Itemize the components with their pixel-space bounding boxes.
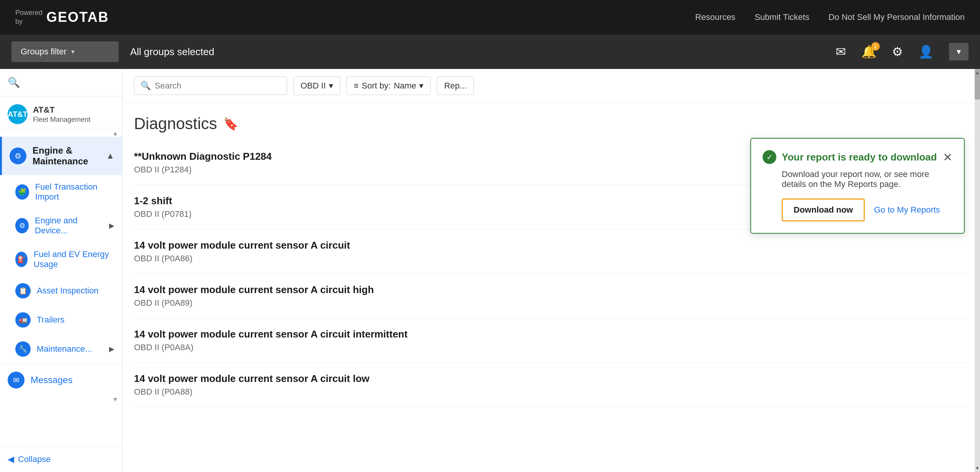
fuel-ev-label: Fuel and EV Energy Usage (34, 249, 114, 269)
notification-bell-button[interactable]: 🔔 1 (861, 44, 877, 59)
main-content: 🔍 OBD II ▾ ≡ Sort by: Name ▾ Rep... Diag… (122, 69, 980, 472)
maintenance-label: Maintenance... (37, 344, 92, 354)
list-item-title: 14 volt power module current sensor A ci… (134, 239, 969, 251)
download-now-button[interactable]: Download now (782, 198, 865, 221)
submit-tickets-link[interactable]: Submit Tickets (755, 12, 809, 22)
notification-header: ✓ Your report is ready to download ✕ (763, 150, 952, 164)
go-to-my-reports-button[interactable]: Go to My Reports (874, 205, 940, 215)
obd-filter-label: OBD II (301, 81, 326, 91)
notification-popup: ✓ Your report is ready to download ✕ Dow… (750, 138, 965, 234)
sidebar-footer: ◀ Collapse (0, 446, 122, 472)
obd-filter-button[interactable]: OBD II ▾ (293, 77, 340, 95)
list-item-subtitle: OBD II (P0A89) (134, 298, 969, 308)
collapse-button[interactable]: ◀ Collapse (8, 454, 51, 464)
fuel-ev-icon: ⛽ (15, 252, 28, 267)
sort-label-text: Sort by: (362, 81, 391, 91)
notification-title: Your report is ready to download (782, 151, 937, 163)
user-profile-button[interactable]: 👤 (918, 44, 934, 59)
sort-value-text: Name (394, 81, 416, 91)
notification-check-icon: ✓ (763, 150, 776, 164)
top-nav: Resources Submit Tickets Do Not Sell My … (695, 12, 965, 22)
maintenance-chevron-icon: ▶ (109, 345, 114, 353)
search-box[interactable]: 🔍 (134, 77, 287, 95)
att-logo-icon: AT&T (8, 104, 28, 124)
sidebar-item-fuel-ev[interactable]: ⛽ Fuel and EV Energy Usage (0, 243, 122, 276)
groups-filter-label: Groups filter (21, 47, 67, 57)
sidebar-scroll-down[interactable]: ▼ (0, 396, 122, 405)
engine-maintenance-label: Engine & Maintenance (33, 145, 100, 167)
report-label: Rep... (444, 81, 467, 90)
sidebar-item-engine-device[interactable]: ⚙ Engine and Device... ▶ (0, 209, 122, 243)
sidebar-item-maintenance[interactable]: 🔧 Maintenance... ▶ (0, 334, 122, 364)
page-title: Diagnostics (134, 115, 217, 133)
engine-icon: ⚙ (10, 148, 26, 164)
sidebar-item-asset-inspection[interactable]: 📋 Asset Inspection (0, 276, 122, 305)
sort-chevron-icon: ▾ (419, 81, 423, 91)
sidebar: 🔍 AT&T AT&T Fleet Management ▲ ⚙ Engine … (0, 69, 122, 472)
all-groups-selected-text: All groups selected (130, 46, 214, 58)
collapse-arrow-icon: ◀ (8, 454, 14, 464)
scroll-down-arrow-icon[interactable]: ▼ (975, 464, 980, 472)
list-item-title: 14 volt power module current sensor A ci… (134, 284, 969, 296)
list-item-title: 14 volt power module current sensor A ci… (134, 373, 969, 385)
trailers-label: Trailers (37, 315, 65, 325)
sidebar-search-icon: 🔍 (8, 77, 20, 88)
sidebar-logo-section: AT&T AT&T Fleet Management (0, 97, 122, 128)
search-icon: 🔍 (140, 81, 151, 91)
sidebar-item-messages[interactable]: ✉ Messages (0, 364, 122, 396)
powered-by-text: Powered by (15, 8, 42, 26)
obd-filter-chevron-icon: ▾ (329, 81, 333, 91)
sidebar-brand-sub: Fleet Management (33, 116, 90, 124)
settings-gear-button[interactable]: ⚙ (892, 44, 903, 59)
asset-inspection-icon: 📋 (15, 283, 31, 298)
privacy-link[interactable]: Do Not Sell My Personal Information (828, 12, 965, 22)
user-name-text: ▾ (957, 47, 961, 57)
sidebar-item-trailers[interactable]: 🚛 Trailers (0, 305, 122, 334)
messages-icon: ✉ (8, 372, 24, 388)
notification-badge: 1 (871, 42, 880, 51)
list-item[interactable]: 14 volt power module current sensor A ci… (134, 274, 969, 318)
engine-chevron-icon: ▲ (106, 151, 114, 161)
groups-filter-button[interactable]: Groups filter ▾ (11, 41, 119, 62)
sort-button[interactable]: ≡ Sort by: Name ▾ (346, 77, 431, 95)
engine-device-icon: ⚙ (15, 218, 29, 233)
list-item[interactable]: 14 volt power module current sensor A ci… (134, 363, 969, 407)
list-item[interactable]: 14 volt power module current sensor A ci… (134, 318, 969, 363)
groups-filter-chevron-icon: ▾ (71, 48, 75, 56)
fuel-import-icon: 🧩 (15, 184, 29, 200)
sidebar-item-engine-maintenance[interactable]: ⚙ Engine & Maintenance ▲ (0, 137, 122, 175)
mail-icon-button[interactable]: ✉ (836, 44, 846, 59)
sidebar-item-fuel-transaction-import[interactable]: 🧩 Fuel Transaction Import (0, 175, 122, 209)
collapse-label: Collapse (18, 454, 51, 464)
main-scrollbar-track[interactable]: ▲ ▼ (975, 69, 980, 472)
messages-label: Messages (31, 375, 72, 385)
main-layout: 🔍 AT&T AT&T Fleet Management ▲ ⚙ Engine … (0, 69, 980, 472)
sidebar-brand-name: AT&T (33, 105, 90, 116)
resources-link[interactable]: Resources (695, 12, 735, 22)
logo-area: Powered by GEOTAB (15, 8, 109, 26)
list-item-subtitle: OBD II (P0A8A) (134, 343, 969, 352)
notification-actions: Download now Go to My Reports (782, 198, 952, 221)
trailers-icon: 🚛 (15, 312, 31, 328)
sidebar-scroll-area: ▲ ⚙ Engine & Maintenance ▲ 🧩 Fuel Transa… (0, 128, 122, 446)
top-bar: Powered by GEOTAB Resources Submit Ticke… (0, 0, 980, 34)
geotab-logo-text: GEOTAB (46, 9, 109, 25)
list-item-subtitle: OBD II (P0A88) (134, 387, 969, 397)
bookmark-icon[interactable]: 🔖 (223, 116, 238, 131)
maintenance-icon: 🔧 (15, 341, 31, 357)
search-input[interactable] (155, 81, 281, 91)
list-item-subtitle: OBD II (P0A86) (134, 254, 969, 264)
header-icons: ✉ 🔔 1 ⚙ 👤 ▾ (836, 43, 969, 61)
list-item[interactable]: 14 volt power module current sensor A ci… (134, 229, 969, 274)
toolbar: 🔍 OBD II ▾ ≡ Sort by: Name ▾ Rep... (122, 69, 980, 103)
sort-icon: ≡ (354, 81, 359, 91)
notification-close-button[interactable]: ✕ (943, 151, 952, 164)
notification-body-text: Download your report now, or see more de… (782, 169, 952, 189)
user-menu-button[interactable]: ▾ (949, 43, 969, 61)
groups-bar: Groups filter ▾ All groups selected ✉ 🔔 … (0, 34, 980, 69)
scroll-up-arrow-icon[interactable]: ▲ (975, 69, 980, 77)
sidebar-scroll-up[interactable]: ▲ (0, 128, 122, 137)
report-button[interactable]: Rep... (437, 77, 474, 95)
engine-device-label: Engine and Device... (35, 216, 103, 236)
engine-device-chevron-icon: ▶ (109, 221, 114, 230)
